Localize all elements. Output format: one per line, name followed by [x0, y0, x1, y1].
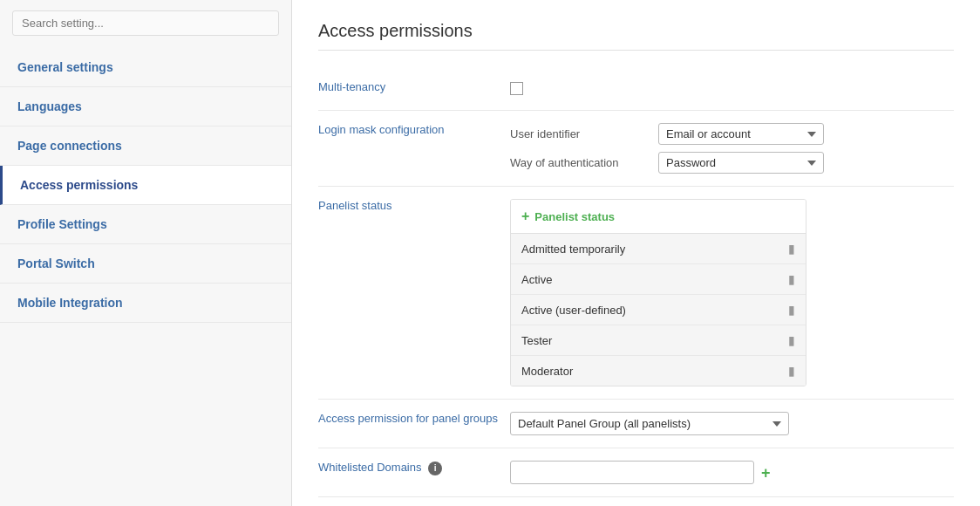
sidebar-items: General settingsLanguagesPage connection…	[0, 48, 291, 323]
trash-icon[interactable]: ▮	[788, 333, 795, 347]
panelist-status-container: + Panelist status Admitted temporarily ▮…	[510, 199, 806, 386]
panel-groups-label: Access permission for panel groups	[318, 400, 510, 448]
multi-tenancy-content	[510, 68, 954, 111]
page-title: Access permissions	[318, 21, 954, 51]
status-item-label: Active (user-defined)	[521, 304, 626, 317]
status-item-label: Tester	[521, 334, 552, 347]
status-item-label: Admitted temporarily	[521, 243, 625, 256]
multi-tenancy-row: Multi-tenancy	[318, 68, 954, 111]
trash-icon[interactable]: ▮	[788, 303, 795, 317]
sidebar-item-mobile-integration[interactable]: Mobile Integration	[0, 284, 291, 323]
trash-icon[interactable]: ▮	[788, 364, 795, 378]
sidebar-item-general-settings[interactable]: General settings	[0, 48, 291, 87]
add-panelist-status-btn[interactable]: + Panelist status	[511, 200, 806, 234]
sidebar-item-profile-settings[interactable]: Profile Settings	[0, 205, 291, 244]
panel-group-select[interactable]: Default Panel Group (all panelists) Cust…	[510, 412, 789, 435]
status-item-label: Moderator	[521, 365, 573, 378]
sidebar-item-languages[interactable]: Languages	[0, 87, 291, 126]
add-panelist-status-label: Panelist status	[534, 210, 615, 223]
search-container	[0, 10, 291, 48]
login-mask-label: Login mask configuration	[318, 111, 510, 187]
trash-icon[interactable]: ▮	[788, 242, 795, 256]
list-item: Tester ▮	[511, 325, 806, 356]
way-of-auth-select[interactable]: Password SSO OAuth	[658, 152, 824, 174]
sidebar: General settingsLanguagesPage connection…	[0, 0, 292, 506]
whitelisted-row: +	[510, 461, 954, 484]
settings-table: Multi-tenancy Login mask configuration U…	[318, 68, 954, 497]
plus-icon: +	[521, 209, 529, 224]
multi-tenancy-checkbox[interactable]	[510, 82, 523, 95]
panelist-status-label: Panelist status	[318, 187, 510, 400]
login-mask-content: User identifier Email or account Email A…	[510, 111, 954, 187]
list-item: Admitted temporarily ▮	[511, 234, 806, 264]
info-icon[interactable]: i	[428, 462, 442, 475]
search-input[interactable]	[12, 10, 279, 36]
sidebar-item-portal-switch[interactable]: Portal Switch	[0, 244, 291, 284]
add-domain-button[interactable]: +	[761, 465, 771, 481]
whitelisted-domain-input[interactable]	[510, 461, 754, 484]
trash-icon[interactable]: ▮	[788, 272, 795, 286]
user-identifier-select[interactable]: Email or account Email Account	[658, 123, 824, 145]
panel-groups-content: Default Panel Group (all panelists) Cust…	[510, 400, 954, 448]
whitelisted-domains-row: Whitelisted Domains i +	[318, 448, 954, 497]
main-content: Access permissions Multi-tenancy Login m…	[292, 0, 980, 506]
list-item: Active (user-defined) ▮	[511, 295, 806, 325]
multi-tenancy-label: Multi-tenancy	[318, 68, 510, 111]
login-mask-row: Login mask configuration User identifier…	[318, 111, 954, 187]
list-item: Active ▮	[511, 264, 806, 295]
sidebar-item-access-permissions[interactable]: Access permissions	[0, 166, 291, 205]
sidebar-item-page-connections[interactable]: Page connections	[0, 126, 291, 166]
status-item-label: Active	[521, 273, 552, 286]
user-identifier-label: User identifier	[510, 127, 650, 140]
way-of-auth-label: Way of authentication	[510, 156, 650, 169]
panelist-status-content: + Panelist status Admitted temporarily ▮…	[510, 187, 954, 400]
panelist-status-row: Panelist status + Panelist status Admitt…	[318, 187, 954, 400]
whitelisted-domains-content: +	[510, 448, 954, 497]
list-item: Moderator ▮	[511, 356, 806, 386]
panel-groups-row: Access permission for panel groups Defau…	[318, 400, 954, 448]
whitelisted-domains-label: Whitelisted Domains i	[318, 448, 510, 497]
